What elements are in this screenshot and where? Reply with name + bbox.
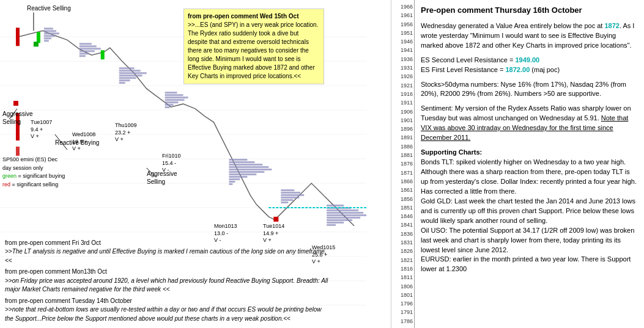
price-1826: 1826 (393, 247, 413, 255)
svg-rect-17 (44, 37, 51, 39)
price-1911: 1911 (393, 98, 413, 107)
price-1811: 1811 (393, 273, 413, 282)
svg-rect-58 (327, 210, 358, 211)
svg-rect-14 (44, 30, 56, 32)
svg-rect-32 (165, 92, 177, 93)
bottom-comments: from pre-open comment Fri 3rd Oct >>The … (5, 239, 329, 324)
price-1836: 1836 (393, 230, 413, 238)
svg-rect-19 (80, 43, 92, 45)
yellow-annotation-box: from pre-open comment Wed 15th Oct>>...E… (183, 9, 324, 84)
price-1876: 1876 (393, 159, 413, 168)
price-1866: 1866 (393, 177, 413, 186)
svg-rect-52 (281, 194, 304, 196)
svg-rect-63 (327, 222, 344, 224)
svg-rect-55 (281, 202, 288, 203)
resistance2-value: 1872.00 (505, 66, 530, 73)
oct13-text: >>on Friday price was accepted around 19… (5, 277, 328, 293)
yellow-box-text: from pre-open comment Wed 15th Oct>>...E… (188, 13, 318, 79)
svg-rect-27 (119, 72, 147, 74)
svg-rect-54 (281, 199, 293, 201)
price-1846: 1846 (393, 212, 413, 220)
svg-rect-50 (281, 189, 294, 191)
comment-p5-supporting: Supporting Charts: Bonds TLT: spiked vio… (421, 148, 638, 274)
price-1961: 1961 (393, 11, 413, 20)
svg-rect-53 (281, 197, 299, 199)
svg-rect-20 (80, 45, 97, 47)
chart-legend: SP500 emini (ES) Decday session only gre… (2, 156, 65, 189)
svg-rect-68 (37, 32, 40, 43)
svg-rect-26 (119, 70, 141, 71)
svg-rect-49 (229, 183, 232, 185)
price-1821: 1821 (393, 256, 413, 264)
svg-rect-30 (119, 79, 130, 81)
svg-rect-22 (80, 50, 95, 52)
price-1861: 1861 (393, 186, 413, 194)
price-1896: 1896 (393, 125, 413, 133)
right-panel: 1966 1961 1956 1951 1946 1941 1936 1931 … (391, 0, 644, 328)
svg-rect-64 (327, 224, 336, 226)
svg-rect-59 (327, 212, 363, 214)
svg-rect-46 (229, 176, 247, 178)
price-1951: 1951 (393, 29, 413, 37)
comment-panel: Pre-open comment Thursday 16th October W… (415, 0, 644, 328)
svg-rect-31 (119, 82, 125, 84)
svg-rect-24 (80, 55, 86, 57)
svg-rect-51 (281, 192, 300, 194)
wed1008-label: Wed100819.9 +V + (72, 131, 95, 153)
price-1931: 1931 (393, 64, 413, 72)
comment-title: Pre-open comment Thursday 16th October (421, 5, 638, 16)
aggressive-selling-top-label: AggressiveSelling (2, 110, 32, 126)
oct14-text: >>note that red-at-bottom lows are usual… (5, 306, 322, 322)
svg-rect-38 (165, 106, 170, 108)
price-1871: 1871 (393, 169, 413, 177)
svg-rect-35 (165, 99, 185, 101)
thu1009-label: Thu100923.2 +V + (115, 122, 137, 144)
price-1921: 1921 (393, 81, 413, 90)
price-1816: 1816 (393, 264, 413, 273)
price-1906: 1906 (393, 108, 413, 116)
svg-rect-69 (101, 50, 105, 59)
svg-rect-34 (165, 97, 188, 98)
price-1881: 1881 (393, 151, 413, 159)
price-1891: 1891 (393, 133, 413, 142)
svg-rect-45 (229, 173, 256, 175)
svg-rect-40 (229, 161, 254, 163)
price-1936: 1936 (393, 55, 413, 64)
oct13-intro: from pre-open comment Mon13th Oct (5, 268, 107, 275)
svg-rect-36 (165, 101, 179, 103)
svg-rect-16 (44, 35, 55, 37)
svg-rect-13 (44, 27, 53, 29)
price-1856: 1856 (393, 195, 413, 203)
price-1926: 1926 (393, 72, 413, 81)
price-1791: 1791 (393, 308, 413, 316)
comment-p1: Wednesday generated a Value Area entirel… (421, 21, 638, 51)
vix-note: Note that VIX was above 30 intraday on W… (421, 114, 628, 141)
svg-rect-33 (165, 94, 183, 96)
price-1801: 1801 (393, 291, 413, 299)
oct3-text: >>The LT analysis is negative and until … (5, 248, 327, 264)
price-1831: 1831 (393, 238, 413, 247)
svg-rect-41 (229, 164, 262, 166)
chart-area: Reactive Selling AggressiveSelling React… (0, 0, 391, 328)
resistance1-value: 1949.00 (515, 56, 539, 64)
price-1941: 1941 (393, 46, 413, 54)
svg-rect-74 (34, 42, 39, 46)
svg-rect-15 (44, 32, 59, 34)
svg-rect-42 (229, 166, 268, 168)
price-1956: 1956 (393, 20, 413, 29)
svg-rect-44 (229, 171, 264, 173)
oct3-intro: from pre-open comment Fri 3rd Oct (5, 239, 101, 246)
svg-rect-21 (80, 48, 101, 49)
price-1851: 1851 (393, 203, 413, 212)
oct14-intro: from pre-open comment Tuesday 14th Octob… (5, 297, 132, 304)
comment-p3-stocks: Stocks>50dyma numbers: Nyse 16% (from 17… (421, 80, 638, 100)
comment-p2-resistance: ES Second Level Resistance = 1949.00 ES … (421, 56, 638, 75)
price-1901: 1901 (393, 116, 413, 125)
svg-rect-18 (44, 40, 49, 42)
fri1010-label: Fri101015.4 -V - (162, 153, 181, 174)
comment-p4-sentiment: Sentiment: My version of the Rydex Asset… (421, 104, 638, 143)
svg-rect-47 (229, 178, 240, 180)
svg-rect-56 (327, 205, 344, 206)
price-labels-column: 1966 1961 1956 1951 1946 1941 1936 1931 … (391, 0, 415, 328)
reactive-selling-label: Reactive Selling (27, 5, 71, 12)
